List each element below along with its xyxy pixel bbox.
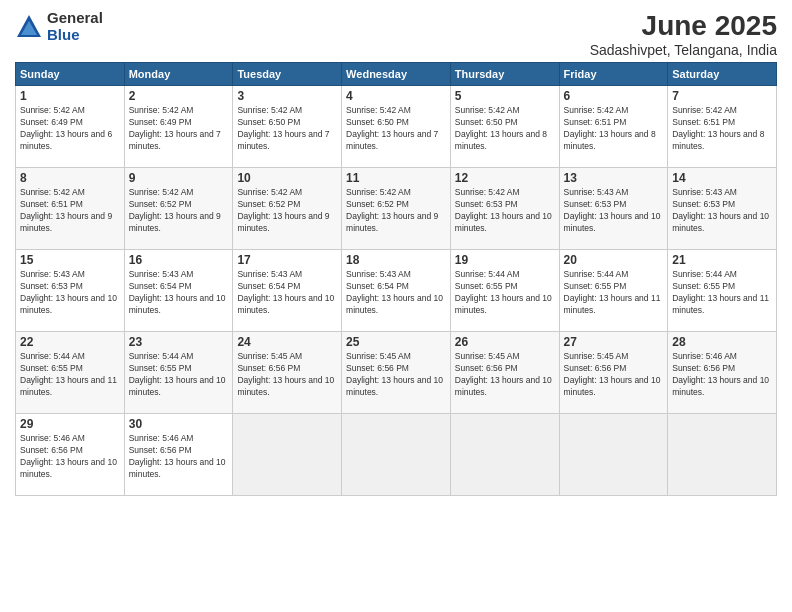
calendar-row: 29 Sunrise: 5:46 AMSunset: 6:56 PMDaylig… xyxy=(16,414,777,496)
cell-info: Sunrise: 5:45 AMSunset: 6:56 PMDaylight:… xyxy=(564,351,661,397)
subtitle: Sadashivpet, Telangana, India xyxy=(590,42,777,58)
table-row xyxy=(450,414,559,496)
day-number: 9 xyxy=(129,171,229,185)
cell-info: Sunrise: 5:43 AMSunset: 6:54 PMDaylight:… xyxy=(237,269,334,315)
day-number: 28 xyxy=(672,335,772,349)
logo-icon xyxy=(15,13,43,41)
title-area: June 2025 Sadashivpet, Telangana, India xyxy=(590,10,777,58)
table-row: 6 Sunrise: 5:42 AMSunset: 6:51 PMDayligh… xyxy=(559,86,668,168)
cell-info: Sunrise: 5:45 AMSunset: 6:56 PMDaylight:… xyxy=(346,351,443,397)
day-number: 22 xyxy=(20,335,120,349)
table-row xyxy=(668,414,777,496)
day-number: 29 xyxy=(20,417,120,431)
page: General Blue June 2025 Sadashivpet, Tela… xyxy=(0,0,792,612)
cell-info: Sunrise: 5:42 AMSunset: 6:49 PMDaylight:… xyxy=(129,105,221,151)
day-number: 27 xyxy=(564,335,664,349)
calendar-row: 15 Sunrise: 5:43 AMSunset: 6:53 PMDaylig… xyxy=(16,250,777,332)
cell-info: Sunrise: 5:42 AMSunset: 6:52 PMDaylight:… xyxy=(237,187,329,233)
cell-info: Sunrise: 5:44 AMSunset: 6:55 PMDaylight:… xyxy=(20,351,117,397)
cell-info: Sunrise: 5:46 AMSunset: 6:56 PMDaylight:… xyxy=(20,433,117,479)
col-wednesday: Wednesday xyxy=(342,63,451,86)
table-row: 30 Sunrise: 5:46 AMSunset: 6:56 PMDaylig… xyxy=(124,414,233,496)
table-row: 17 Sunrise: 5:43 AMSunset: 6:54 PMDaylig… xyxy=(233,250,342,332)
day-number: 2 xyxy=(129,89,229,103)
cell-info: Sunrise: 5:43 AMSunset: 6:53 PMDaylight:… xyxy=(564,187,661,233)
day-number: 6 xyxy=(564,89,664,103)
cell-info: Sunrise: 5:42 AMSunset: 6:52 PMDaylight:… xyxy=(129,187,221,233)
col-tuesday: Tuesday xyxy=(233,63,342,86)
day-number: 21 xyxy=(672,253,772,267)
table-row: 28 Sunrise: 5:46 AMSunset: 6:56 PMDaylig… xyxy=(668,332,777,414)
table-row: 23 Sunrise: 5:44 AMSunset: 6:55 PMDaylig… xyxy=(124,332,233,414)
table-row: 10 Sunrise: 5:42 AMSunset: 6:52 PMDaylig… xyxy=(233,168,342,250)
cell-info: Sunrise: 5:42 AMSunset: 6:53 PMDaylight:… xyxy=(455,187,552,233)
cell-info: Sunrise: 5:42 AMSunset: 6:52 PMDaylight:… xyxy=(346,187,438,233)
cell-info: Sunrise: 5:42 AMSunset: 6:51 PMDaylight:… xyxy=(20,187,112,233)
table-row: 5 Sunrise: 5:42 AMSunset: 6:50 PMDayligh… xyxy=(450,86,559,168)
day-number: 4 xyxy=(346,89,446,103)
header: General Blue June 2025 Sadashivpet, Tela… xyxy=(15,10,777,58)
table-row xyxy=(233,414,342,496)
table-row: 29 Sunrise: 5:46 AMSunset: 6:56 PMDaylig… xyxy=(16,414,125,496)
cell-info: Sunrise: 5:43 AMSunset: 6:54 PMDaylight:… xyxy=(346,269,443,315)
day-number: 8 xyxy=(20,171,120,185)
table-row: 26 Sunrise: 5:45 AMSunset: 6:56 PMDaylig… xyxy=(450,332,559,414)
day-number: 1 xyxy=(20,89,120,103)
day-number: 12 xyxy=(455,171,555,185)
table-row: 9 Sunrise: 5:42 AMSunset: 6:52 PMDayligh… xyxy=(124,168,233,250)
table-row: 25 Sunrise: 5:45 AMSunset: 6:56 PMDaylig… xyxy=(342,332,451,414)
logo-text: General Blue xyxy=(47,10,103,43)
col-thursday: Thursday xyxy=(450,63,559,86)
day-number: 19 xyxy=(455,253,555,267)
cell-info: Sunrise: 5:42 AMSunset: 6:49 PMDaylight:… xyxy=(20,105,112,151)
table-row: 27 Sunrise: 5:45 AMSunset: 6:56 PMDaylig… xyxy=(559,332,668,414)
day-number: 14 xyxy=(672,171,772,185)
cell-info: Sunrise: 5:45 AMSunset: 6:56 PMDaylight:… xyxy=(455,351,552,397)
cell-info: Sunrise: 5:44 AMSunset: 6:55 PMDaylight:… xyxy=(129,351,226,397)
cell-info: Sunrise: 5:43 AMSunset: 6:53 PMDaylight:… xyxy=(672,187,769,233)
table-row: 15 Sunrise: 5:43 AMSunset: 6:53 PMDaylig… xyxy=(16,250,125,332)
cell-info: Sunrise: 5:43 AMSunset: 6:54 PMDaylight:… xyxy=(129,269,226,315)
cell-info: Sunrise: 5:44 AMSunset: 6:55 PMDaylight:… xyxy=(672,269,769,315)
logo-blue: Blue xyxy=(47,27,103,44)
table-row: 16 Sunrise: 5:43 AMSunset: 6:54 PMDaylig… xyxy=(124,250,233,332)
table-row: 4 Sunrise: 5:42 AMSunset: 6:50 PMDayligh… xyxy=(342,86,451,168)
day-number: 20 xyxy=(564,253,664,267)
table-row: 3 Sunrise: 5:42 AMSunset: 6:50 PMDayligh… xyxy=(233,86,342,168)
cell-info: Sunrise: 5:42 AMSunset: 6:50 PMDaylight:… xyxy=(455,105,547,151)
day-number: 11 xyxy=(346,171,446,185)
table-row: 22 Sunrise: 5:44 AMSunset: 6:55 PMDaylig… xyxy=(16,332,125,414)
table-row: 11 Sunrise: 5:42 AMSunset: 6:52 PMDaylig… xyxy=(342,168,451,250)
cell-info: Sunrise: 5:46 AMSunset: 6:56 PMDaylight:… xyxy=(129,433,226,479)
table-row: 2 Sunrise: 5:42 AMSunset: 6:49 PMDayligh… xyxy=(124,86,233,168)
calendar-table: Sunday Monday Tuesday Wednesday Thursday… xyxy=(15,62,777,496)
table-row: 18 Sunrise: 5:43 AMSunset: 6:54 PMDaylig… xyxy=(342,250,451,332)
day-number: 26 xyxy=(455,335,555,349)
table-row: 24 Sunrise: 5:45 AMSunset: 6:56 PMDaylig… xyxy=(233,332,342,414)
logo-area: General Blue xyxy=(15,10,103,43)
col-sunday: Sunday xyxy=(16,63,125,86)
cell-info: Sunrise: 5:44 AMSunset: 6:55 PMDaylight:… xyxy=(455,269,552,315)
cell-info: Sunrise: 5:43 AMSunset: 6:53 PMDaylight:… xyxy=(20,269,117,315)
header-row: Sunday Monday Tuesday Wednesday Thursday… xyxy=(16,63,777,86)
cell-info: Sunrise: 5:42 AMSunset: 6:51 PMDaylight:… xyxy=(672,105,764,151)
cell-info: Sunrise: 5:42 AMSunset: 6:50 PMDaylight:… xyxy=(237,105,329,151)
day-number: 24 xyxy=(237,335,337,349)
table-row: 8 Sunrise: 5:42 AMSunset: 6:51 PMDayligh… xyxy=(16,168,125,250)
cell-info: Sunrise: 5:45 AMSunset: 6:56 PMDaylight:… xyxy=(237,351,334,397)
calendar-row: 1 Sunrise: 5:42 AMSunset: 6:49 PMDayligh… xyxy=(16,86,777,168)
calendar-row: 22 Sunrise: 5:44 AMSunset: 6:55 PMDaylig… xyxy=(16,332,777,414)
col-saturday: Saturday xyxy=(668,63,777,86)
day-number: 15 xyxy=(20,253,120,267)
table-row: 19 Sunrise: 5:44 AMSunset: 6:55 PMDaylig… xyxy=(450,250,559,332)
table-row: 7 Sunrise: 5:42 AMSunset: 6:51 PMDayligh… xyxy=(668,86,777,168)
table-row: 13 Sunrise: 5:43 AMSunset: 6:53 PMDaylig… xyxy=(559,168,668,250)
table-row: 21 Sunrise: 5:44 AMSunset: 6:55 PMDaylig… xyxy=(668,250,777,332)
col-friday: Friday xyxy=(559,63,668,86)
cell-info: Sunrise: 5:42 AMSunset: 6:50 PMDaylight:… xyxy=(346,105,438,151)
table-row: 14 Sunrise: 5:43 AMSunset: 6:53 PMDaylig… xyxy=(668,168,777,250)
table-row: 1 Sunrise: 5:42 AMSunset: 6:49 PMDayligh… xyxy=(16,86,125,168)
day-number: 30 xyxy=(129,417,229,431)
day-number: 7 xyxy=(672,89,772,103)
main-title: June 2025 xyxy=(590,10,777,42)
